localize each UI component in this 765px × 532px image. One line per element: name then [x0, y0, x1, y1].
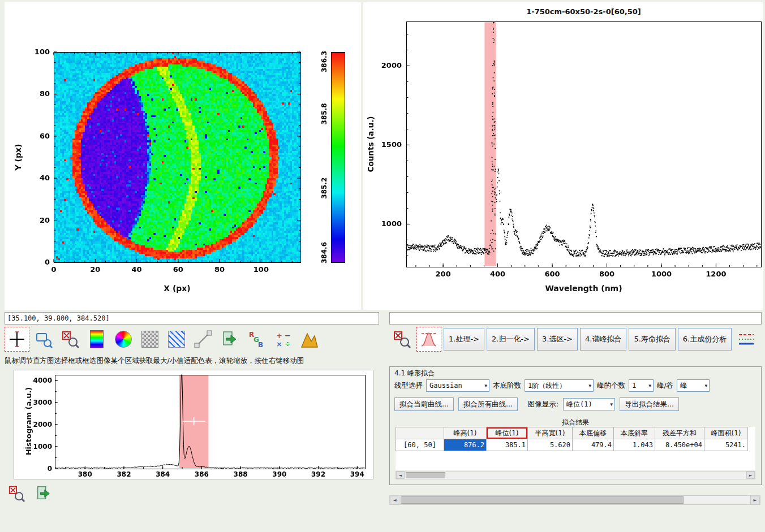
results-table-viewport: 峰高(1)峰位(1)半高宽(1)本底偏移本底斜率残差平方和峰面积(1)[60, …	[396, 427, 755, 470]
table-scrollbar-track[interactable]	[405, 472, 746, 479]
line-type-label: 线型选择	[394, 381, 423, 391]
histogram-hint-text: 鼠标调节直方图选择框或框选图像某个区域获取最大/小值适配色表，滚轮缩放，按住右键…	[5, 356, 304, 366]
curve-styles-button[interactable]	[734, 327, 759, 352]
chevron-down-icon: ▼	[610, 402, 613, 407]
peak-valley-label: 峰/谷	[657, 381, 673, 391]
texture-icon	[141, 331, 158, 348]
right-toolbar: 1.处理-> 2.归一化-> 3.选区-> 4.谱峰拟合 5.寿命拟合 6.主成…	[389, 327, 765, 352]
heatmap-xlabel: X (px)	[54, 284, 300, 293]
column-header[interactable]: 半高宽(1)	[528, 427, 573, 439]
math-operations-button[interactable]: +−×÷	[270, 327, 295, 352]
reset-zoom-button[interactable]	[6, 483, 27, 504]
baseline-order-label: 本底阶数	[493, 381, 521, 391]
peak-count-select[interactable]: 1 ▼	[629, 379, 654, 392]
app-window: X (px) Y (px) 1-750cm-60x50-2s-0[60,50] …	[0, 0, 765, 532]
histogram-plot[interactable]	[14, 370, 372, 478]
step1-process-button[interactable]: 1.处理->	[444, 328, 484, 351]
row-label[interactable]: [60, 50]	[396, 439, 444, 451]
svg-text:÷: ÷	[285, 340, 291, 348]
column-header[interactable]: 峰位(1)	[487, 427, 528, 439]
table-cell[interactable]: 1.043	[614, 439, 655, 451]
rgb-channels-button[interactable]: RGB	[244, 327, 269, 352]
zoom-select-button[interactable]	[31, 327, 56, 352]
step4-peak-fit-button[interactable]: 4.谱峰拟合	[580, 328, 626, 351]
math-icon: +−×÷	[274, 330, 292, 348]
image-display-select[interactable]: 峰位(1) ▼	[563, 398, 615, 410]
image-display-value: 峰位(1)	[566, 400, 592, 409]
table-cell[interactable]: 876.2	[444, 439, 487, 451]
chevron-down-icon: ▼	[704, 383, 707, 388]
step6-pca-button[interactable]: 6.主成份分析	[678, 328, 732, 351]
color-wheel-button[interactable]	[111, 327, 136, 352]
cursor-readout-field: [35.100, 39.800, 384.520]	[5, 312, 379, 325]
peak-fit-icon	[420, 330, 438, 348]
right-status-field	[389, 312, 762, 325]
scroll-right-arrow[interactable]: ►	[746, 472, 755, 479]
fit-current-button[interactable]: 拟合当前曲线...	[394, 397, 454, 411]
surface-3d-button[interactable]	[297, 327, 322, 352]
step5-lifetime-fit-button[interactable]: 5.寿命拟合	[629, 328, 675, 351]
table-cell[interactable]: 479.4	[573, 439, 614, 451]
main-scrollbar-thumb[interactable]	[401, 496, 684, 504]
step3-region-button[interactable]: 3.选区->	[537, 328, 578, 351]
peak-fit-tool-button[interactable]	[416, 327, 441, 352]
scroll-left-arrow[interactable]: ◄	[396, 472, 405, 479]
export-button[interactable]	[217, 327, 242, 352]
table-cell[interactable]: 8.450e+04	[655, 439, 704, 451]
main-scrollbar-track[interactable]	[399, 496, 750, 504]
peak-valley-select[interactable]: 峰 ▼	[677, 379, 710, 392]
svg-text:−: −	[285, 331, 291, 340]
scroll-right-arrow[interactable]: ►	[750, 496, 760, 504]
peak-valley-value: 峰	[680, 381, 687, 391]
column-header[interactable]: 本底偏移	[573, 427, 614, 439]
svg-text:×: ×	[276, 340, 282, 348]
zoom-box-icon	[35, 330, 53, 348]
main-horizontal-scrollbar[interactable]: ◄ ►	[389, 495, 760, 505]
table-scrollbar-thumb[interactable]	[406, 472, 445, 478]
table-cell[interactable]: 385.1	[487, 439, 528, 451]
reset-zoom-icon	[393, 330, 411, 348]
export-button[interactable]	[33, 483, 54, 504]
reset-zoom-button[interactable]	[389, 327, 414, 352]
scroll-left-arrow[interactable]: ◄	[390, 496, 399, 504]
fit-all-button[interactable]: 拟合所有曲线...	[458, 397, 518, 411]
chevron-down-icon: ▼	[484, 383, 487, 388]
left-bottom-toolbar	[6, 483, 54, 504]
pattern-icon	[168, 331, 185, 348]
histogram-panel: Histogram (a.u.)	[14, 370, 373, 479]
svg-text:+: +	[276, 331, 282, 340]
crosshair-tool-button[interactable]	[5, 327, 29, 352]
column-header[interactable]: 峰高(1)	[444, 427, 487, 439]
reset-zoom-button[interactable]	[58, 327, 83, 352]
heatmap-plot[interactable]	[5, 2, 361, 310]
table-cell[interactable]: 5241.	[704, 439, 748, 451]
column-header[interactable]: 峰面积(1)	[704, 427, 748, 439]
export-results-button[interactable]: 导出拟合结果...	[620, 397, 679, 411]
table-row[interactable]: [60, 50]876.2385.15.620479.41.0438.450e+…	[396, 439, 748, 451]
column-header[interactable]	[396, 427, 444, 439]
chevron-down-icon: ▼	[588, 383, 591, 388]
table-cell[interactable]: 5.620	[528, 439, 573, 451]
spectrum-plot[interactable]	[363, 2, 763, 310]
pattern-button[interactable]	[164, 327, 189, 352]
texture-button[interactable]	[137, 327, 162, 352]
peak-fit-panel: 4.1 峰形拟合 线型选择 Gaussian ▼ 本底阶数 1阶（线性） ▼ 峰…	[389, 366, 762, 485]
step2-normalize-button[interactable]: 2.归一化->	[487, 328, 535, 351]
baseline-order-select[interactable]: 1阶（线性） ▼	[525, 379, 594, 392]
column-header[interactable]: 残差平方和	[655, 427, 704, 439]
spectrum-panel: 1-750cm-60x50-2s-0[60,50] Wavelength (nm…	[363, 2, 763, 310]
colormap-icon	[90, 330, 104, 348]
line-type-select[interactable]: Gaussian ▼	[426, 379, 489, 392]
table-header-row: 峰高(1)峰位(1)半高宽(1)本底偏移本底斜率残差平方和峰面积(1)	[396, 427, 748, 439]
panel-title: 4.1 峰形拟合	[394, 369, 435, 378]
curve-styles-icon	[737, 330, 755, 348]
export-icon	[35, 485, 52, 502]
svg-text:B: B	[258, 341, 263, 348]
column-header[interactable]: 本底斜率	[614, 427, 655, 439]
measure-button[interactable]	[191, 327, 216, 352]
colormap-button[interactable]	[84, 327, 109, 352]
export-button[interactable]	[761, 327, 765, 352]
heatmap-ylabel: Y (px)	[14, 140, 23, 174]
table-scrollbar[interactable]: ◄ ►	[396, 471, 755, 479]
line-type-value: Gaussian	[429, 382, 462, 390]
